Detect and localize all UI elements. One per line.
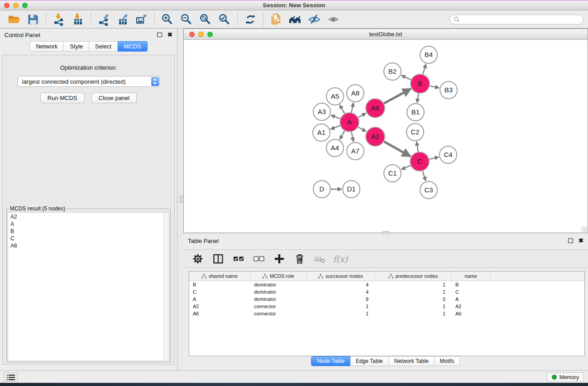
graph-node-A1[interactable]: A1	[313, 124, 330, 141]
tab-node-table[interactable]: Node Table	[311, 356, 350, 366]
graph-node-A6[interactable]: A6	[366, 99, 385, 118]
graph-node-A8[interactable]: A8	[347, 85, 364, 102]
show-eye-button[interactable]	[324, 11, 343, 28]
save-session-button[interactable]	[24, 11, 43, 28]
import-table-button[interactable]	[68, 11, 87, 28]
criterion-select[interactable]: largest connected component (directed)	[18, 76, 160, 87]
graph-edge-C-C1[interactable]	[402, 166, 411, 170]
graph-node-C4[interactable]: C4	[440, 146, 457, 163]
graph-edge-A-A5[interactable]	[340, 105, 345, 114]
table-row[interactable]: A2connector11A2	[189, 303, 584, 310]
network-canvas[interactable]: A A1 A2 A3 A4 A5 A6 A7 A8 B B1 B2 B3 B4 …	[184, 40, 588, 233]
open-session-button[interactable]	[5, 11, 24, 28]
search-input[interactable]	[462, 16, 579, 23]
home-pair-button[interactable]	[286, 11, 305, 28]
graph-node-D1[interactable]: D1	[343, 181, 360, 198]
apply-function-button[interactable]: f(x)	[332, 251, 349, 267]
graph-edge-A-A7[interactable]	[351, 132, 353, 142]
graph-node-B[interactable]: B	[411, 74, 430, 93]
tab-edge-table[interactable]: Edge Table	[350, 356, 389, 366]
graph-node-B2[interactable]: B2	[384, 63, 401, 80]
graph-node-C3[interactable]: C3	[420, 181, 437, 199]
graph-node-A7[interactable]: A7	[347, 143, 364, 160]
table-row[interactable]: Adominator80A	[189, 295, 584, 303]
table-row[interactable]: A6connector11A6	[189, 310, 584, 317]
zoom-window-button[interactable]	[22, 3, 28, 8]
destroy-table-button[interactable]	[312, 251, 328, 267]
graph-edge-A-A8[interactable]	[351, 103, 353, 112]
network-close-button[interactable]	[189, 32, 195, 37]
network-zoom-button[interactable]	[207, 32, 213, 37]
network-minimize-button[interactable]	[198, 32, 204, 37]
graph-node-B1[interactable]: B1	[407, 104, 424, 121]
mcds-result-item[interactable]: A6	[10, 242, 163, 249]
tab-mcds[interactable]: MCDS	[118, 41, 147, 52]
export-table-button[interactable]	[113, 11, 132, 28]
float-table-panel-icon[interactable]	[568, 238, 573, 243]
table-row[interactable]: Cdominator41C	[189, 288, 584, 295]
refresh-view-button[interactable]	[241, 11, 260, 28]
graph-edge-A-A2[interactable]	[358, 127, 366, 132]
mcds-result-item[interactable]: A	[10, 220, 163, 228]
tab-network[interactable]: Network	[29, 41, 64, 52]
graph-edge-A-A6[interactable]	[358, 113, 366, 117]
graph-edge-A-A3[interactable]	[331, 115, 340, 119]
zoom-selected-button[interactable]	[215, 11, 234, 28]
column-header-shared-name[interactable]: shared name	[189, 272, 250, 281]
graph-edge-B-B2[interactable]	[402, 76, 411, 80]
graph-edge-A2-C[interactable]	[384, 142, 410, 157]
window-resize-handle[interactable]	[581, 226, 587, 232]
select-all-checks-button[interactable]	[230, 251, 247, 267]
new-network-from-selection-button[interactable]	[267, 11, 286, 28]
column-header-MCDS-role[interactable]: MCDS role	[250, 272, 307, 281]
show-columns-button[interactable]	[210, 251, 226, 267]
column-header-successor-nodes[interactable]: successor nodes	[307, 272, 375, 281]
search-field[interactable]	[449, 14, 583, 24]
graph-node-A4[interactable]: A4	[326, 139, 344, 157]
zoom-fit-button[interactable]	[196, 11, 215, 28]
settings-button[interactable]	[190, 251, 206, 267]
graph-node-D[interactable]: D	[313, 181, 330, 198]
graph-node-B4[interactable]: B4	[420, 46, 437, 63]
export-image-button[interactable]	[132, 11, 151, 28]
mcds-result-item[interactable]: B	[10, 228, 163, 235]
table-row[interactable]: Bdominator41B	[189, 281, 584, 288]
hide-graphics-details-button[interactable]	[305, 11, 324, 28]
minimize-window-button[interactable]	[13, 3, 19, 8]
graph-edge-C-C2[interactable]	[416, 142, 418, 152]
graph-edge-C-C3[interactable]	[423, 171, 426, 181]
mcds-result-item[interactable]: A2	[10, 213, 163, 220]
zoom-out-button[interactable]	[177, 11, 196, 28]
task-history-button[interactable]	[4, 372, 18, 382]
import-network-button[interactable]	[49, 11, 68, 28]
column-header-name[interactable]: name	[452, 272, 490, 281]
deselect-all-checks-button[interactable]	[251, 251, 267, 267]
graph-edge-A-A1[interactable]	[330, 126, 340, 129]
graph-node-A2[interactable]: A2	[366, 127, 385, 146]
close-table-panel-icon[interactable]: ✖	[578, 238, 583, 243]
graph-node-C1[interactable]: C1	[384, 165, 401, 182]
graph-node-B3[interactable]: B3	[440, 81, 457, 99]
close-window-button[interactable]	[4, 3, 10, 8]
graph-node-C[interactable]: C	[410, 152, 429, 171]
column-header-predecessor-nodes[interactable]: predecessor nodes	[375, 272, 452, 281]
graph-edge-B-B3[interactable]	[430, 86, 440, 88]
graph-node-C2[interactable]: C2	[406, 124, 424, 141]
tab-style[interactable]: Style	[64, 41, 89, 52]
graph-node-A[interactable]: A	[340, 113, 359, 132]
close-panel-icon[interactable]: ✖	[167, 33, 172, 37]
delete-columns-button[interactable]	[292, 251, 308, 267]
close-panel-button[interactable]: Close panel	[91, 93, 137, 103]
tab-motifs[interactable]: Motifs	[435, 356, 460, 366]
graph-node-A5[interactable]: A5	[326, 88, 344, 105]
tab-select[interactable]: Select	[89, 41, 118, 52]
graph-edge-A-A4[interactable]	[340, 131, 345, 139]
float-panel-icon[interactable]	[157, 33, 162, 37]
network-window-titlebar[interactable]: testGlobe.txt	[184, 29, 588, 40]
memory-button[interactable]: Memory	[547, 372, 584, 382]
graph-edge-A6-B[interactable]	[384, 89, 411, 103]
graph-node-A3[interactable]: A3	[313, 103, 330, 120]
graph-edge-C-C4[interactable]	[429, 157, 439, 159]
tab-network-table[interactable]: Network Table	[389, 356, 435, 366]
export-network-button[interactable]	[94, 11, 113, 28]
